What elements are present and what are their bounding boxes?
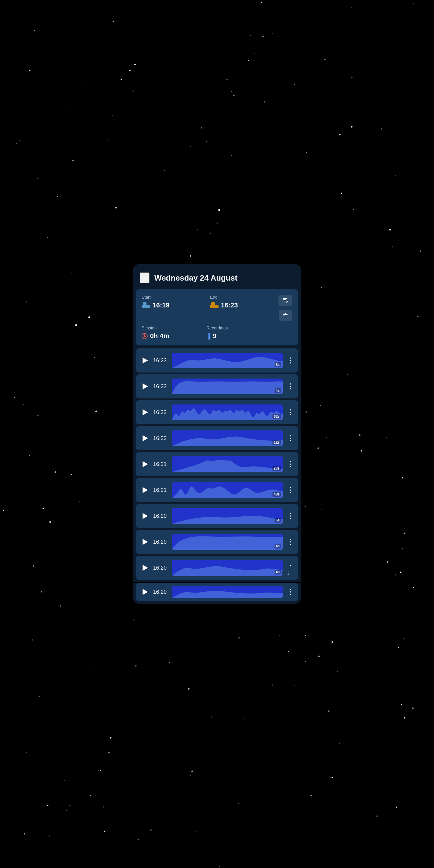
session-end-col: End 16:23 (210, 295, 274, 309)
more-dots-icon (290, 435, 291, 441)
start-value-row: 16:19 (142, 301, 205, 309)
play-button[interactable] (139, 485, 150, 495)
delete-icon (282, 312, 288, 319)
play-icon (143, 539, 148, 545)
waveform: 48s (172, 482, 283, 498)
more-options-button[interactable] (286, 381, 295, 392)
recordings-count: 9 (213, 332, 216, 340)
play-icon (143, 383, 148, 390)
svg-rect-2 (283, 301, 286, 301)
recording-item: 16:20 6s (135, 504, 299, 528)
recording-item-partial: 16:20 (135, 583, 299, 601)
more-options-button[interactable] (286, 355, 295, 366)
recording-time: 16:23 (153, 358, 169, 364)
recording-time: 16:20 (153, 539, 169, 545)
start-time: 16:19 (153, 301, 169, 309)
play-icon (143, 589, 148, 595)
play-button[interactable] (139, 587, 150, 597)
session-duration-row: 0h 4m (142, 332, 202, 340)
scroll-down-arrow: ↓ (287, 569, 290, 577)
play-button[interactable] (139, 381, 150, 392)
duration-badge: 8s (275, 362, 281, 367)
more-dots-icon (290, 409, 291, 415)
bed-start-icon (142, 302, 150, 308)
recording-time: 16:20 (153, 589, 169, 595)
more-dots-icon (290, 383, 291, 390)
play-icon (143, 358, 148, 364)
svg-rect-4 (285, 313, 286, 314)
delete-session-button[interactable] (279, 310, 292, 321)
scroll-down-indicator[interactable]: ↓ (282, 567, 294, 579)
more-options-button[interactable] (286, 433, 295, 444)
recording-item: 16:23 8s (135, 348, 299, 373)
session-actions (278, 295, 292, 321)
page-title: Wednesday 24 August (154, 273, 238, 283)
waveform: 6s (172, 508, 283, 524)
waveform: 23s (172, 456, 283, 472)
play-button[interactable] (139, 433, 150, 444)
session-duration-col: Session 0h 4m (142, 326, 202, 340)
recordings-list: 16:23 8s 16:23 (133, 348, 301, 604)
duration-badge: 4s (275, 569, 281, 575)
edit-session-button[interactable] (278, 295, 292, 306)
play-button[interactable] (139, 510, 150, 521)
svg-rect-1 (283, 299, 286, 300)
waveform: 8s (172, 352, 283, 368)
duration-badge: 12s (273, 440, 281, 445)
recording-time: 16:21 (153, 461, 169, 467)
waveform: 62s (172, 404, 283, 420)
play-button[interactable] (139, 407, 150, 418)
recording-time: 16:20 (153, 565, 169, 571)
play-button[interactable] (139, 562, 150, 573)
main-card: ← Wednesday 24 August Start 16:19 End 16… (133, 264, 301, 604)
recording-item: 16:22 12s (135, 426, 299, 450)
more-dots-icon (290, 539, 291, 545)
more-dots-icon (290, 513, 291, 519)
play-icon (143, 565, 148, 571)
duration-badge: 48s (273, 492, 281, 497)
waveform: 4s (172, 560, 283, 576)
session-start-col: Start 16:19 (142, 295, 205, 309)
more-options-button[interactable] (286, 459, 295, 470)
recordings-count-row: ▐ 9 (207, 332, 267, 340)
recording-item: 16:20 4s (135, 530, 299, 554)
more-options-button[interactable] (286, 510, 295, 521)
play-button[interactable] (139, 536, 150, 547)
end-value-row: 16:23 (210, 301, 274, 309)
bars-icon: ▐ (207, 333, 210, 339)
clock-icon (142, 333, 148, 339)
recordings-count-col: Recordings ▐ 9 (207, 326, 267, 340)
more-options-button[interactable] (286, 485, 295, 495)
play-button[interactable] (139, 355, 150, 366)
more-options-button[interactable] (286, 407, 295, 418)
edit-icon (282, 297, 289, 304)
play-button[interactable] (139, 459, 150, 470)
play-icon (143, 513, 148, 519)
more-options-button[interactable] (286, 587, 295, 597)
recordings-label: Recordings (207, 326, 267, 330)
end-label: End (210, 295, 274, 300)
play-icon (143, 461, 148, 467)
play-icon (143, 435, 148, 441)
waveform: 4s (172, 378, 283, 394)
recording-time: 16:23 (153, 409, 169, 415)
more-dots-icon (290, 487, 291, 493)
duration-badge: 6s (275, 518, 281, 523)
waveform: 12s (172, 430, 283, 446)
duration-badge: 62s (273, 414, 281, 419)
recording-time: 16:21 (153, 487, 169, 493)
header: ← Wednesday 24 August (133, 264, 301, 289)
session-panel: Start 16:19 End 16:23 (135, 289, 299, 345)
start-label: Start (142, 295, 205, 300)
more-dots-icon (290, 461, 291, 467)
back-button[interactable]: ← (140, 273, 150, 283)
duration-badge: 4s (275, 388, 281, 393)
waveform (172, 586, 283, 598)
recording-item: 16:21 48s (135, 478, 299, 502)
svg-rect-0 (283, 298, 287, 299)
more-options-button[interactable] (286, 536, 295, 547)
more-dots-icon (290, 358, 291, 364)
play-icon (143, 487, 148, 493)
end-time: 16:23 (221, 301, 238, 309)
recording-time: 16:23 (153, 383, 169, 390)
